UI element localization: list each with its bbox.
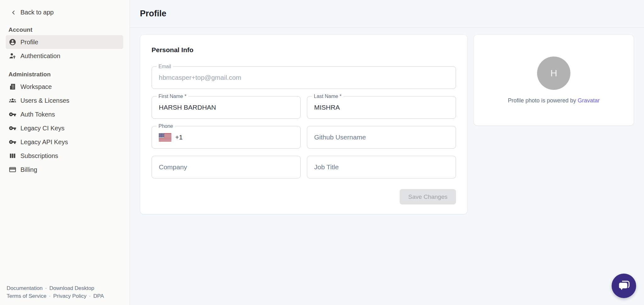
company-field[interactable] — [152, 156, 301, 178]
sidebar-item-billing[interactable]: Billing — [6, 163, 123, 177]
person-key-icon — [9, 52, 16, 60]
credit-card-icon — [9, 166, 16, 173]
email-input[interactable] — [152, 67, 456, 89]
back-to-app-label: Back to app — [20, 9, 54, 16]
chat-bubbles-icon — [617, 279, 631, 293]
back-to-app-button[interactable]: Back to app — [0, 0, 130, 16]
avatar-initial: H — [550, 68, 557, 79]
content: Personal Info Email First Name * Last Na… — [130, 28, 644, 221]
company-input[interactable] — [152, 156, 300, 178]
chat-widget-button[interactable] — [612, 274, 636, 298]
personal-info-title: Personal Info — [152, 46, 456, 54]
page-header: Profile — [130, 0, 644, 28]
sidebar-item-users-licenses[interactable]: Users & Licenses — [6, 94, 123, 107]
sidebar-item-label: Legacy CI Keys — [20, 125, 64, 132]
avatar: H — [537, 57, 570, 90]
phone-field[interactable]: Phone +1 — [152, 126, 301, 149]
personal-info-card: Personal Info Email First Name * Last Na… — [140, 35, 468, 214]
account-nav: Profile Authentication — [0, 35, 130, 63]
email-label: Email — [157, 64, 173, 69]
job-title-input[interactable] — [307, 156, 456, 178]
sidebar-item-label: Subscriptions — [20, 152, 58, 160]
key-icon — [9, 124, 16, 132]
sidebar-item-legacy-ci-keys[interactable]: Legacy CI Keys — [6, 121, 123, 135]
page-title: Profile — [140, 9, 166, 19]
sidebar-item-label: Workspace — [20, 83, 52, 90]
last-name-field[interactable]: Last Name * — [307, 96, 456, 119]
sidebar-item-label: Legacy API Keys — [20, 139, 68, 146]
footer-separator: · — [49, 293, 51, 299]
building-icon — [9, 83, 16, 90]
columns-icon — [9, 152, 16, 160]
gravatar-caption: Profile photo is powered by Gravatar — [508, 97, 600, 104]
section-label-administration: Administration — [8, 71, 130, 78]
gravatar-card: H Profile photo is powered by Gravatar — [474, 35, 634, 126]
phone-dial-code: +1 — [175, 133, 183, 141]
link-dpa[interactable]: DPA — [93, 293, 104, 299]
sidebar: Back to app Account Profile Authenticati… — [0, 0, 130, 305]
github-username-field[interactable] — [307, 126, 456, 149]
gravatar-caption-text: Profile photo is powered by — [508, 97, 576, 104]
link-terms-of-service[interactable]: Terms of Service — [7, 293, 47, 299]
last-name-input[interactable] — [307, 96, 456, 118]
sidebar-item-authentication[interactable]: Authentication — [6, 49, 123, 63]
last-name-label: Last Name * — [312, 94, 343, 99]
sidebar-item-label: Auth Tokens — [20, 111, 55, 118]
footer-separator: · — [45, 285, 47, 291]
sidebar-item-label: Profile — [20, 39, 38, 46]
sidebar-item-label: Billing — [20, 166, 37, 173]
first-name-field[interactable]: First Name * — [152, 96, 301, 119]
phone-label: Phone — [157, 123, 175, 129]
link-privacy-policy[interactable]: Privacy Policy — [53, 293, 86, 299]
person-circle-icon — [9, 38, 16, 46]
first-name-label: First Name * — [157, 94, 188, 99]
sidebar-item-label: Users & Licenses — [20, 97, 69, 104]
email-field[interactable]: Email — [152, 66, 456, 89]
sidebar-footer: Documentation·Download Desktop Terms of … — [7, 284, 104, 300]
us-flag-icon[interactable] — [159, 133, 171, 141]
key-icon — [9, 138, 16, 146]
save-changes-button[interactable]: Save Changes — [400, 189, 456, 204]
sidebar-item-subscriptions[interactable]: Subscriptions — [6, 149, 123, 163]
sidebar-item-workspace[interactable]: Workspace — [6, 80, 123, 94]
job-title-field[interactable] — [307, 156, 456, 178]
key-icon — [9, 111, 16, 118]
main-area: Profile Personal Info Email First Name * — [130, 0, 644, 305]
link-documentation[interactable]: Documentation — [7, 285, 42, 291]
gravatar-link[interactable]: Gravatar — [578, 97, 600, 104]
link-download-desktop[interactable]: Download Desktop — [49, 285, 94, 291]
phone-input[interactable] — [183, 126, 300, 148]
sidebar-item-label: Authentication — [20, 52, 60, 60]
github-username-input[interactable] — [307, 126, 456, 148]
first-name-input[interactable] — [152, 96, 300, 118]
chevron-left-icon — [10, 9, 17, 16]
app-root: Back to app Account Profile Authenticati… — [0, 0, 644, 305]
section-label-account: Account — [8, 26, 130, 33]
footer-separator: · — [89, 293, 91, 299]
sidebar-item-profile[interactable]: Profile — [6, 35, 123, 49]
administration-nav: Workspace Users & Licenses Auth Tokens L… — [0, 80, 130, 177]
people-group-icon — [9, 97, 16, 104]
sidebar-item-auth-tokens[interactable]: Auth Tokens — [6, 107, 123, 121]
sidebar-item-legacy-api-keys[interactable]: Legacy API Keys — [6, 135, 123, 149]
form-actions: Save Changes — [152, 189, 456, 204]
